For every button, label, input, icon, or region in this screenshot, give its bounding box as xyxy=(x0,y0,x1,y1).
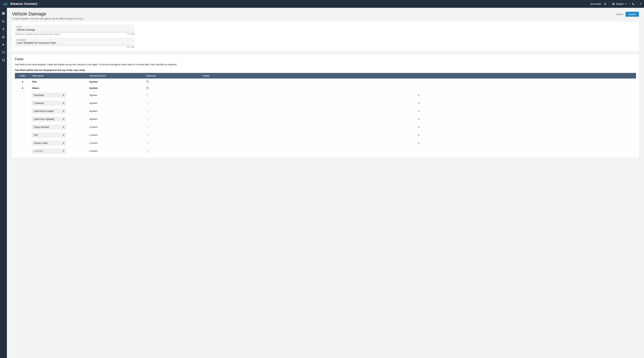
delete-icon[interactable] xyxy=(418,118,420,120)
headset-icon[interactable] xyxy=(2,51,5,54)
system-custom-value: Custom xyxy=(90,134,98,136)
svg-rect-7 xyxy=(4,13,5,15)
move-up-icon[interactable] xyxy=(19,118,21,120)
table-row: Date/Time Updated System xyxy=(15,115,636,123)
description-input[interactable] xyxy=(17,41,133,44)
fields-heading: Fields xyxy=(15,57,636,61)
system-custom-value: System xyxy=(90,94,97,96)
svg-point-1 xyxy=(5,4,5,5)
description-counter: 33 / 255 xyxy=(127,46,134,48)
move-down-icon[interactable] xyxy=(24,102,26,104)
update-button[interactable]: Update xyxy=(626,12,639,17)
table-row: Summary System xyxy=(15,91,636,99)
delete-icon[interactable] xyxy=(418,142,420,144)
table-row: Status System xyxy=(15,85,636,91)
svg-point-3 xyxy=(6,4,6,4)
campaign-icon[interactable] xyxy=(2,43,5,47)
name-input[interactable] xyxy=(17,28,133,32)
required-checkbox[interactable] xyxy=(146,150,149,152)
phone-icon[interactable] xyxy=(632,2,635,6)
field-name-dropdown[interactable]: Owner's fault xyxy=(32,141,66,145)
table-row: Title System xyxy=(15,78,636,85)
required-checkbox[interactable] xyxy=(146,94,149,96)
lock-icon xyxy=(17,87,28,89)
system-custom-value: Custom xyxy=(90,150,98,152)
field-name-dropdown[interactable]: Date/Time Updated xyxy=(32,117,66,121)
name-counter: 14 / 100 xyxy=(127,33,134,35)
chevron-down-icon xyxy=(62,126,64,128)
description-label: Description xyxy=(17,39,133,41)
table-row: Date/Time Created System xyxy=(15,107,636,115)
table-row: Add field Custom xyxy=(15,147,636,155)
field-name-dropdown[interactable]: Date/Time Created xyxy=(32,109,66,113)
svg-rect-5 xyxy=(2,12,3,13)
user-menu[interactable]: pen-tester xyxy=(590,2,601,5)
move-up-icon[interactable] xyxy=(19,110,21,112)
move-up-icon[interactable] xyxy=(19,126,21,128)
move-up-icon[interactable] xyxy=(19,102,21,104)
field-name-dropdown[interactable]: Policy Number xyxy=(32,125,66,129)
logout-icon[interactable] xyxy=(604,2,607,6)
field-name-dropdown[interactable]: Customer xyxy=(32,101,66,105)
col-system-custom: System/Custom xyxy=(88,73,144,78)
chevron-down-icon xyxy=(62,134,64,136)
description-field[interactable]: Description xyxy=(15,38,134,46)
move-up-icon[interactable] xyxy=(19,134,21,136)
delete-icon[interactable] xyxy=(418,102,420,104)
contact-icon[interactable] xyxy=(2,58,5,62)
name-hint: Required. Template name cannot end with … xyxy=(15,33,61,35)
brand-name: Amazon Connect xyxy=(10,2,37,6)
top-fields-caption: Top fields (fields that are displayed at… xyxy=(15,69,636,72)
field-name-dropdown[interactable]: Summary xyxy=(32,93,66,98)
fields-description: Add fields to the case template. Fields … xyxy=(15,63,636,66)
required-checkbox[interactable] xyxy=(146,102,149,104)
required-checkbox[interactable] xyxy=(146,126,149,128)
name-field[interactable]: Name xyxy=(15,25,134,32)
metrics-icon[interactable] xyxy=(2,20,5,24)
move-down-icon[interactable] xyxy=(24,126,26,128)
table-row: Owner's fault Custom xyxy=(15,139,636,147)
move-down-icon[interactable] xyxy=(24,110,26,112)
chevron-down-icon xyxy=(62,150,64,152)
move-up-icon[interactable] xyxy=(19,142,21,144)
required-checkbox[interactable] xyxy=(146,118,149,120)
delete-icon[interactable] xyxy=(418,126,420,128)
delete-icon[interactable] xyxy=(418,110,420,112)
field-name-dropdown[interactable]: VIN xyxy=(32,133,66,137)
cancel-button[interactable]: Cancel xyxy=(616,13,623,16)
field-name-dropdown[interactable]: Add field xyxy=(32,149,66,153)
table-row: Customer System xyxy=(15,99,636,107)
required-checkbox[interactable] xyxy=(146,134,149,136)
required-checkbox[interactable] xyxy=(146,142,149,144)
col-required: Required xyxy=(144,73,201,78)
help-icon[interactable]: ? xyxy=(640,2,642,6)
move-down-icon[interactable] xyxy=(24,142,26,144)
topbar-right: pen-tester English ? xyxy=(590,2,642,6)
lock-icon xyxy=(17,80,28,83)
page-title: Vehicle Damage xyxy=(12,11,84,17)
col-delete: Delete xyxy=(201,73,636,78)
move-down-icon[interactable] xyxy=(24,94,26,96)
system-custom-value: System xyxy=(90,110,97,112)
system-custom-value: System xyxy=(90,102,97,104)
required-checkbox[interactable] xyxy=(146,110,149,112)
svg-rect-6 xyxy=(4,12,5,13)
users-icon[interactable] xyxy=(2,35,5,39)
svg-point-2 xyxy=(5,4,6,4)
move-down-icon[interactable] xyxy=(24,134,26,136)
brand-logo-icon xyxy=(2,2,8,6)
system-custom-value: System xyxy=(90,80,98,83)
delete-icon[interactable] xyxy=(418,134,420,136)
move-up-icon xyxy=(19,94,21,96)
routing-icon[interactable] xyxy=(2,28,5,31)
dashboard-icon[interactable] xyxy=(2,12,5,16)
chevron-down-icon xyxy=(62,142,64,144)
separator xyxy=(637,2,638,6)
language-menu[interactable]: English xyxy=(612,2,626,6)
delete-icon[interactable] xyxy=(418,94,420,96)
col-order: Order xyxy=(15,73,30,78)
chevron-down-icon xyxy=(62,95,64,96)
svg-point-9 xyxy=(2,36,4,37)
move-down-icon[interactable] xyxy=(24,118,26,120)
language-label: English xyxy=(616,2,624,5)
